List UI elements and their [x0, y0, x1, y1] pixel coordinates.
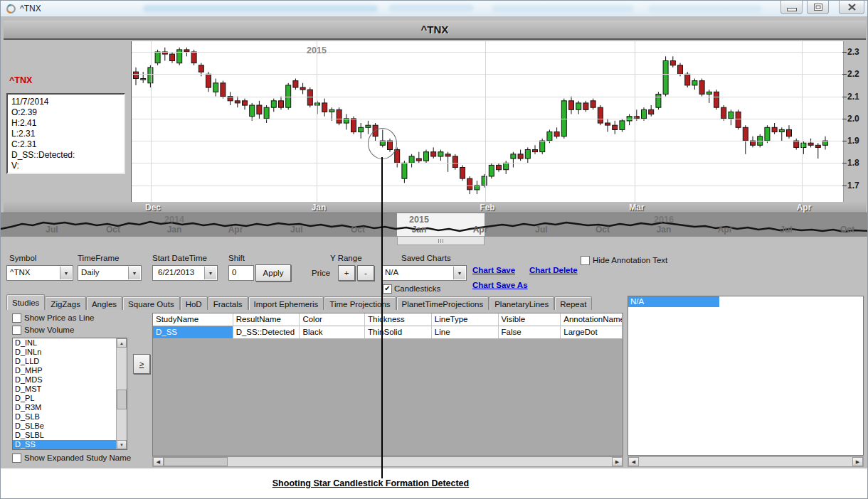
tab-repeat[interactable]: Repeat	[554, 296, 592, 310]
candle	[438, 152, 443, 156]
scroll-down-icon[interactable]: ▼	[117, 440, 127, 449]
candlesticks-checkbox[interactable]: ✔	[383, 284, 392, 294]
y-tick-label: 2.0	[847, 114, 868, 124]
navigator-year-label: 2015	[409, 215, 429, 225]
candle	[605, 123, 610, 125]
tab-time-projections[interactable]: Time Projections	[324, 296, 396, 310]
table-header-cell[interactable]: StudyName	[153, 313, 233, 326]
y-range-plus-button[interactable]: +	[338, 265, 355, 281]
annotation-listbox[interactable]: N/A	[628, 296, 864, 456]
study-list-scrollbar[interactable]: ▲ ▼	[116, 338, 127, 449]
table-header-cell[interactable]: Thickness	[365, 313, 432, 326]
timeframe-field-label: TimeFrame	[78, 254, 119, 262]
timeline-navigator[interactable]: 201420152016JulOctJanAprJulOctJanAprJulO…	[1, 213, 868, 237]
study-list-item[interactable]: D_INL	[13, 338, 117, 348]
table-cell[interactable]: Black	[300, 326, 365, 339]
chart-delete-link[interactable]: Chart Delete	[529, 266, 578, 274]
study-list-item[interactable]: D_SS	[13, 440, 117, 449]
show-expanded-study-name-checkbox[interactable]	[12, 454, 21, 463]
candle	[329, 109, 334, 112]
y-tick-label: 1.9	[847, 136, 868, 146]
chevron-down-icon[interactable]: ▼	[60, 267, 72, 279]
table-header-cell[interactable]: AnnotationName	[561, 313, 623, 326]
maximize-button[interactable]	[807, 1, 829, 14]
y-tick-mark	[842, 119, 847, 119]
show-price-as-line-checkbox[interactable]	[12, 313, 21, 323]
y-range-minus-button[interactable]: -	[357, 265, 374, 281]
tab-hod[interactable]: HoD	[180, 296, 208, 310]
study-list-item[interactable]: D_SLB	[13, 412, 117, 422]
candle	[250, 105, 255, 117]
hide-annotation-text-checkbox[interactable]	[581, 256, 590, 265]
annotation-list-item[interactable]: N/A	[628, 296, 719, 307]
timeframe-combobox[interactable]: Daily▼	[78, 265, 142, 281]
study-list-item[interactable]: D_MST	[13, 385, 117, 394]
table-header-cell[interactable]: ResultName	[233, 313, 300, 326]
table-cell[interactable]: D_SS	[153, 326, 233, 339]
table-cell[interactable]: LargeDot	[561, 326, 623, 339]
x-month-label: Dec	[145, 203, 161, 213]
annotation-list-scrollbar[interactable]: ◀ ▶	[628, 456, 864, 467]
scroll-up-icon[interactable]: ▲	[117, 338, 127, 348]
table-cell[interactable]: Line	[432, 326, 499, 339]
candle	[452, 156, 457, 168]
gridline	[151, 41, 152, 202]
chevron-down-icon[interactable]: ▼	[453, 267, 465, 279]
tab-planettimeprojections[interactable]: PlanetTimeProjections	[396, 296, 489, 310]
annotation-pointer-line	[381, 157, 383, 478]
table-cell[interactable]: D_SS::Detected	[233, 326, 300, 339]
chart-save-link[interactable]: Chart Save	[472, 266, 515, 274]
chevron-down-icon[interactable]: ▼	[128, 267, 140, 279]
tab-angles[interactable]: Angles	[86, 296, 122, 310]
candlestick-plot[interactable]: 2015	[131, 41, 844, 202]
scroll-right-icon[interactable]: ▶	[612, 457, 623, 466]
chart-save-as-link[interactable]: Chart Save As	[472, 281, 528, 289]
table-cell[interactable]: ThinSolid	[365, 326, 432, 339]
study-list-item[interactable]: D_R3M	[13, 403, 117, 412]
scroll-right-icon[interactable]: ▶	[852, 457, 863, 466]
tab-studies[interactable]: Studies	[6, 294, 45, 310]
study-list-item[interactable]: D_INLn	[13, 348, 117, 357]
study-listbox[interactable]: D_INLD_INLnD_LLDD_MHPD_MDSD_MSTD_PLD_R3M…	[12, 338, 127, 450]
table-horizontal-scrollbar[interactable]: ◀ ▶	[152, 456, 623, 467]
table-header-cell[interactable]: Visible	[499, 313, 561, 326]
candle	[649, 109, 654, 114]
study-list-item[interactable]: D_SLBe	[13, 422, 117, 431]
saved-charts-combobox[interactable]: N/A▼	[381, 265, 467, 281]
close-button[interactable]	[839, 1, 864, 14]
candle	[424, 152, 429, 161]
scroll-left-icon[interactable]: ◀	[628, 457, 639, 466]
symbol-combobox[interactable]: ^TNX▼	[6, 265, 73, 281]
title-bar[interactable]: ^TNX	[1, 1, 868, 17]
tab-square-outs[interactable]: Square Outs	[122, 296, 180, 310]
table-header-cell[interactable]: LineType	[432, 313, 499, 326]
start-datetime-picker[interactable]: 6/21/2013▼	[152, 265, 218, 281]
candle	[191, 52, 196, 63]
apply-button[interactable]: Apply	[255, 264, 291, 281]
study-list-item[interactable]: D_LLD	[13, 357, 117, 366]
table-cell[interactable]: False	[499, 326, 561, 339]
tab-zigzags[interactable]: ZigZags	[45, 296, 86, 310]
study-list-item[interactable]: D_MHP	[13, 366, 117, 375]
scrollbar-thumb[interactable]	[164, 457, 228, 466]
scrollbar-thumb[interactable]	[117, 390, 127, 409]
table-header-cell[interactable]: Color	[300, 313, 365, 326]
minimize-button[interactable]	[780, 1, 803, 14]
add-study-button[interactable]: >	[133, 354, 150, 374]
gridline	[132, 119, 843, 119]
study-list-item[interactable]: D_MDS	[13, 375, 117, 385]
navigator-scrollbar[interactable]	[397, 236, 485, 245]
shift-input[interactable]: 0	[228, 265, 254, 281]
table-row[interactable]: D_SSD_SS::DetectedBlackThinSolidLineFals…	[153, 326, 623, 339]
chevron-down-icon[interactable]: ▼	[204, 267, 216, 279]
candle	[402, 163, 407, 178]
tab-import-ephemeris[interactable]: Import Ephemeris	[248, 296, 324, 310]
candle	[279, 101, 284, 107]
candle	[714, 92, 719, 107]
study-list-item[interactable]: D_SLBL	[13, 431, 117, 440]
study-list-item[interactable]: D_PL	[13, 394, 117, 403]
tab-fractals[interactable]: Fractals	[208, 296, 248, 310]
tab-planetarylines[interactable]: PlanetaryLines	[489, 296, 554, 310]
scroll-left-icon[interactable]: ◀	[153, 457, 164, 466]
show-volume-checkbox[interactable]	[12, 326, 21, 335]
